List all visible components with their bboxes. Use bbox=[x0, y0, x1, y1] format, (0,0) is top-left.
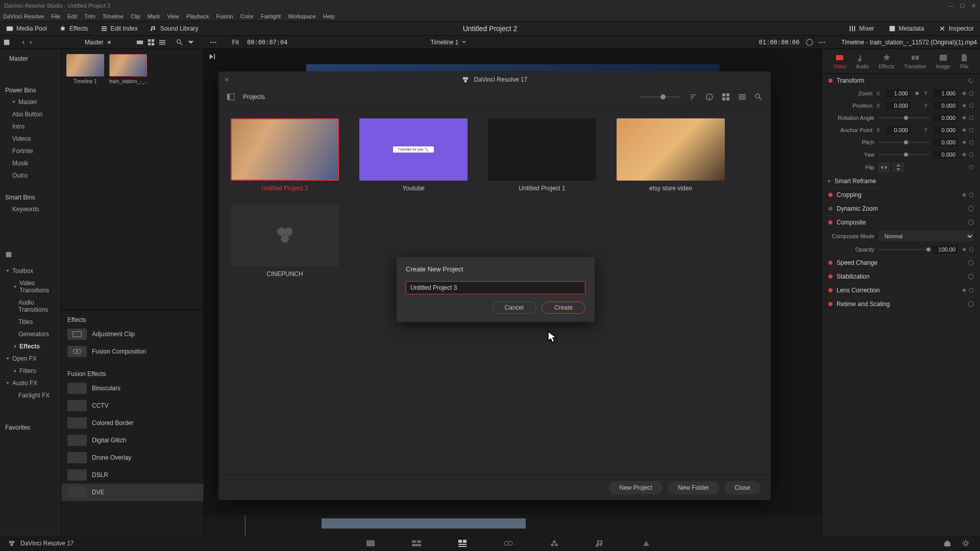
effect-digital-glitch[interactable]: Digital Glitch bbox=[61, 432, 204, 449]
sidebar-fairlightfx[interactable]: Fairlight FX bbox=[0, 389, 61, 402]
sidebar-video-transitions[interactable]: Video Transitions bbox=[0, 277, 61, 296]
project-untitled-2[interactable]: Untitled Project 2 bbox=[231, 118, 339, 192]
inspector-tab-video[interactable]: Video bbox=[834, 53, 846, 69]
filmstrip-view-icon[interactable] bbox=[136, 39, 143, 46]
menu-file[interactable]: File bbox=[52, 13, 61, 19]
grid-view-icon[interactable] bbox=[722, 93, 730, 101]
minimize-icon[interactable]: — bbox=[948, 3, 954, 9]
sidebar-toggle-icon[interactable] bbox=[227, 93, 235, 101]
menu-view[interactable]: View bbox=[167, 13, 179, 19]
search-icon[interactable] bbox=[176, 39, 183, 46]
project-cinepunch[interactable]: CINEPUNCH bbox=[231, 204, 339, 278]
list-view-icon[interactable] bbox=[738, 93, 746, 101]
timeline-clip[interactable] bbox=[322, 518, 526, 529]
metadata-button[interactable]: Metadata bbox=[883, 23, 930, 34]
project-etsy[interactable]: etsy store video bbox=[617, 118, 725, 192]
master-folder[interactable]: Master bbox=[0, 53, 61, 64]
cut-page-icon[interactable] bbox=[411, 539, 422, 548]
yaw-input[interactable] bbox=[933, 151, 958, 159]
fit-label[interactable]: Fit bbox=[232, 39, 239, 46]
inspector-tab-file[interactable]: File bbox=[960, 53, 969, 69]
menu-workspace[interactable]: Workspace bbox=[288, 13, 316, 19]
sidebar-fortnite[interactable]: Fortnite bbox=[0, 145, 61, 157]
sort-icon[interactable] bbox=[689, 93, 697, 101]
fairlight-page-icon[interactable] bbox=[595, 539, 605, 548]
zoom-x-input[interactable] bbox=[886, 89, 910, 97]
effect-dslr[interactable]: DSLR bbox=[61, 466, 204, 484]
more-icon[interactable] bbox=[210, 39, 217, 46]
chevron-down-icon[interactable] bbox=[187, 39, 194, 46]
sidebar-videos[interactable]: Videos bbox=[0, 133, 61, 145]
sound-library-button[interactable]: Sound Library bbox=[144, 23, 205, 34]
power-bins-header[interactable]: Power Bins bbox=[0, 85, 61, 96]
anchor-y-input[interactable] bbox=[933, 126, 958, 134]
effect-drone-overlay[interactable]: Drone Overlay bbox=[61, 449, 204, 466]
timeline[interactable] bbox=[204, 515, 822, 536]
maximize-icon[interactable]: ☐ bbox=[960, 3, 965, 9]
sidebar-master[interactable]: Master bbox=[0, 96, 61, 108]
lens-correction-section[interactable]: Lens Correction bbox=[822, 284, 980, 297]
smart-reframe-section[interactable]: Smart Reframe bbox=[822, 174, 980, 188]
pitch-slider[interactable] bbox=[878, 142, 929, 143]
pitch-input[interactable] bbox=[933, 138, 958, 146]
stabilization-section[interactable]: Stabilization bbox=[822, 270, 980, 283]
grid-view-icon[interactable] bbox=[148, 39, 155, 46]
effects-button[interactable]: Effects bbox=[53, 23, 94, 34]
clip-thumb-train[interactable]: train_station_-_... bbox=[109, 54, 147, 84]
nav-fwd-icon[interactable] bbox=[29, 40, 34, 45]
transform-section[interactable]: Transform bbox=[822, 74, 980, 87]
sidebar-filters[interactable]: Filters bbox=[0, 365, 61, 377]
pm-close-button[interactable]: × bbox=[225, 76, 229, 84]
mixer-button[interactable]: Mixer bbox=[843, 23, 880, 34]
sidebar-titles[interactable]: Titles bbox=[0, 316, 61, 328]
clip-thumb-timeline[interactable]: Timeline 1 bbox=[66, 54, 104, 84]
home-icon[interactable] bbox=[943, 539, 951, 547]
list-view-icon[interactable] bbox=[159, 39, 166, 46]
media-pool-button[interactable]: Media Pool bbox=[0, 23, 53, 34]
menu-davinci[interactable]: DaVinci Resolve bbox=[3, 13, 44, 19]
opacity-slider[interactable] bbox=[878, 249, 929, 250]
sidebar-musik[interactable]: Musik bbox=[0, 157, 61, 169]
deliver-page-icon[interactable] bbox=[641, 539, 651, 548]
playhead[interactable] bbox=[245, 515, 246, 536]
sidebar-effects[interactable]: Effects bbox=[0, 340, 61, 353]
composite-section[interactable]: Composite bbox=[822, 216, 980, 229]
close-icon[interactable]: ✕ bbox=[971, 3, 976, 9]
nav-back-icon[interactable] bbox=[20, 40, 26, 45]
sidebar-toolbox[interactable]: Toolbox bbox=[0, 265, 61, 277]
inspector-tab-transition[interactable]: Transition bbox=[904, 53, 926, 69]
menu-help[interactable]: Help bbox=[323, 13, 335, 19]
cancel-button[interactable]: Cancel bbox=[492, 302, 536, 314]
composite-mode-select[interactable]: Normal bbox=[878, 231, 974, 241]
effect-binoculars[interactable]: Binoculars bbox=[61, 380, 204, 397]
yaw-slider[interactable] bbox=[878, 154, 929, 155]
menu-color[interactable]: Color bbox=[240, 13, 254, 19]
play-next-icon[interactable] bbox=[208, 53, 215, 60]
sidebar-keywords[interactable]: Keywords bbox=[0, 203, 61, 215]
project-name-input[interactable] bbox=[406, 281, 585, 294]
pos-x-input[interactable] bbox=[886, 102, 910, 110]
project-youtube[interactable]: Tutorials for you 🔍 Youtube bbox=[359, 118, 468, 192]
info-icon[interactable] bbox=[705, 93, 714, 101]
smart-bins-header[interactable]: Smart Bins bbox=[0, 192, 61, 203]
more-icon[interactable] bbox=[818, 38, 826, 46]
gear-icon[interactable] bbox=[962, 539, 970, 547]
sidebar-audiofx[interactable]: Audio FX bbox=[0, 377, 61, 389]
search-icon[interactable] bbox=[754, 93, 763, 101]
create-button[interactable]: Create bbox=[542, 302, 585, 314]
cropping-section[interactable]: Cropping bbox=[822, 188, 980, 202]
effect-fusion-composition[interactable]: Fusion Composition bbox=[61, 343, 204, 360]
dropdown-icon[interactable] bbox=[3, 39, 10, 46]
effect-dve[interactable]: DVE bbox=[61, 484, 204, 501]
retime-scaling-section[interactable]: Retime and Scaling bbox=[822, 297, 980, 311]
timeline-name[interactable]: Timeline 1 bbox=[431, 39, 467, 46]
panel-toggle-icon[interactable] bbox=[5, 251, 12, 258]
menu-fusion[interactable]: Fusion bbox=[216, 13, 233, 19]
media-page-icon[interactable] bbox=[365, 539, 376, 548]
edit-index-button[interactable]: Edit Index bbox=[94, 23, 144, 34]
speed-change-section[interactable]: Speed Change bbox=[822, 256, 980, 269]
menu-trim[interactable]: Trim bbox=[84, 13, 95, 19]
inspector-tab-image[interactable]: Image bbox=[936, 53, 950, 69]
inspector-tab-audio[interactable]: Audio bbox=[856, 53, 869, 69]
sidebar-generators[interactable]: Generators bbox=[0, 328, 61, 340]
